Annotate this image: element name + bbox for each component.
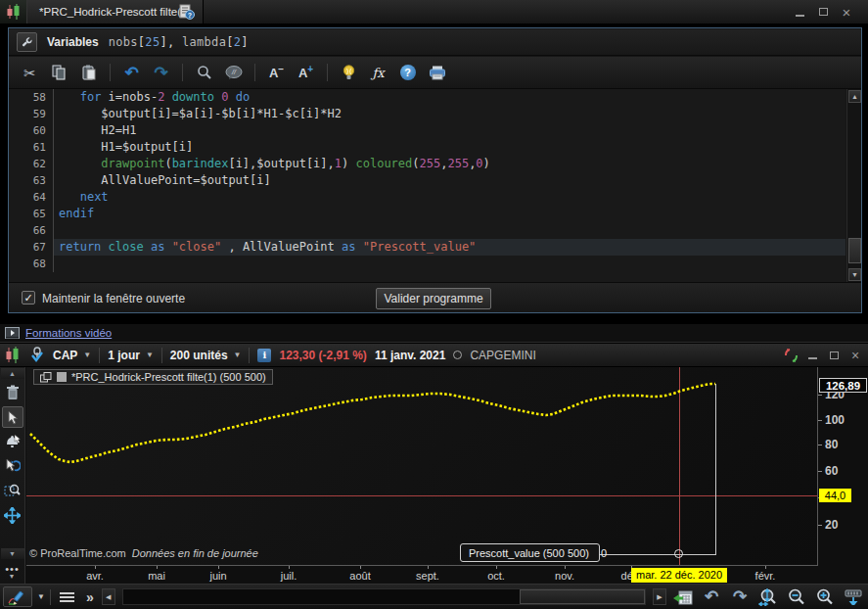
y-axis[interactable]: 126,89 44,0 12010080604020 bbox=[817, 367, 868, 566]
x-tick bbox=[95, 566, 96, 569]
scrollbar-thumb[interactable] bbox=[848, 238, 861, 263]
pan-tool-button[interactable] bbox=[2, 504, 23, 526]
symbol-dropdown[interactable]: CAP ▼ bbox=[53, 349, 91, 362]
chart-bottom-toolbar: ▼ » ◀ ▶ ↶ ↷ bbox=[0, 584, 868, 609]
close-glyph: × bbox=[843, 4, 851, 21]
line-number: 65 bbox=[9, 206, 54, 222]
y-tick bbox=[818, 395, 822, 396]
chart-minimize-button[interactable] bbox=[803, 348, 821, 363]
delete-tool-button[interactable] bbox=[2, 382, 23, 403]
units-dropdown[interactable]: 200 unités ▼ bbox=[170, 349, 242, 362]
code-text: AllValuePoint=$output[i] bbox=[54, 172, 271, 189]
toolbar-separator bbox=[161, 348, 162, 363]
y-tick bbox=[818, 420, 822, 421]
paste-button[interactable] bbox=[77, 62, 100, 83]
month-label: juin bbox=[209, 570, 226, 582]
code-text: $output[i]=$a[i]-$b[i]*H1-$c[i]*H2 bbox=[54, 106, 342, 122]
zoom-fit-button[interactable] bbox=[756, 586, 780, 608]
tip-button[interactable] bbox=[338, 62, 360, 83]
variables-label: Variables bbox=[47, 35, 99, 49]
x-tick bbox=[360, 566, 361, 569]
scissors-icon: ✂ bbox=[23, 66, 36, 80]
chart-type-candlestick-icon[interactable] bbox=[4, 347, 22, 363]
toolbar-separator bbox=[182, 64, 183, 81]
pointer-tool-button[interactable] bbox=[2, 406, 23, 428]
x-axis-labels: mar. 22 déc. 2020 avr.maijuinjuil.aoûtse… bbox=[0, 566, 868, 583]
decrease-font-button[interactable]: A− bbox=[265, 62, 288, 83]
increase-font-button[interactable]: A+ bbox=[295, 62, 317, 83]
variable-segment: ] bbox=[241, 35, 249, 49]
month-label: nov. bbox=[555, 570, 574, 582]
alert-tool-button[interactable] bbox=[2, 431, 23, 452]
code-text: return close as "close" , AllValuePoint … bbox=[54, 239, 476, 256]
variable-segment: lambda bbox=[182, 35, 226, 49]
expand-toolbar-button[interactable]: » bbox=[83, 589, 97, 605]
scroll-left-button[interactable]: ◀ bbox=[102, 588, 115, 605]
collapse-panel-button[interactable] bbox=[842, 586, 865, 608]
redo-button[interactable]: ↷ bbox=[150, 62, 172, 83]
chart-close-button[interactable]: × bbox=[846, 348, 864, 363]
zoom-selection-button[interactable] bbox=[2, 480, 23, 501]
close-button[interactable]: × bbox=[838, 4, 855, 20]
variables-values[interactable]: nobs[25], lambda[2] bbox=[109, 35, 249, 49]
redo-icon: ↷ bbox=[733, 588, 747, 605]
help-document-icon[interactable]: ? bbox=[176, 3, 198, 22]
search-button[interactable] bbox=[193, 62, 215, 83]
time-scrollbar-thumb[interactable] bbox=[520, 589, 645, 604]
info-icon[interactable]: i bbox=[257, 349, 271, 362]
code-text: H1=$output[i] bbox=[54, 139, 193, 156]
toolbar-separator bbox=[99, 348, 100, 363]
maximize-button[interactable] bbox=[814, 4, 832, 20]
tab-title: *PRC_Hodrick-Prescott filte(1) bbox=[39, 6, 191, 18]
tools-scroll-down-button[interactable]: ▼ bbox=[1, 548, 24, 559]
scroll-down-button[interactable]: ▼ bbox=[848, 268, 861, 281]
link-instrument-icon[interactable] bbox=[29, 347, 45, 363]
keep-window-open-checkbox[interactable]: ✓ bbox=[22, 291, 35, 304]
zoom-in-button[interactable] bbox=[813, 586, 837, 608]
timeframe-dropdown[interactable]: 1 jour ▼ bbox=[108, 349, 154, 362]
scroll-up-button[interactable]: ▲ bbox=[848, 90, 861, 103]
drawing-tool-button[interactable] bbox=[3, 586, 32, 607]
drawing-tool-dropdown[interactable]: ▼ bbox=[37, 592, 45, 601]
code-line-62: 62 drawpoint(barindex[i],$output[i],1) c… bbox=[9, 156, 845, 172]
line-number: 67 bbox=[9, 239, 54, 256]
refresh-icon[interactable] bbox=[783, 348, 799, 363]
copy-button[interactable] bbox=[48, 62, 70, 83]
undo-button[interactable]: ↶ bbox=[120, 62, 143, 83]
chart-plot-area[interactable]: *PRC_Hodrick-Prescott filte(1) (500 500)… bbox=[26, 367, 817, 566]
print-button[interactable] bbox=[426, 62, 448, 83]
undo-drawing-button[interactable] bbox=[2, 455, 23, 477]
formations-video-link[interactable]: Formations vidéo bbox=[25, 327, 112, 339]
minimize-button[interactable] bbox=[791, 4, 808, 20]
comment-button[interactable]: // bbox=[222, 62, 245, 83]
chevron-down-icon: ▼ bbox=[234, 351, 242, 359]
redo-chart-button[interactable]: ↷ bbox=[728, 586, 752, 608]
variable-segment: 25 bbox=[145, 35, 160, 49]
zoom-out-button[interactable] bbox=[785, 586, 808, 608]
redo-icon: ↷ bbox=[154, 65, 167, 81]
menu-button[interactable] bbox=[56, 592, 78, 602]
chart-maximize-button[interactable] bbox=[825, 348, 843, 363]
undo-chart-button[interactable]: ↶ bbox=[700, 586, 723, 608]
insert-function-button[interactable]: ƒx bbox=[367, 62, 389, 83]
title-bar: *PRC_Hodrick-Prescott filte(1) ? × bbox=[0, 0, 868, 24]
checkmark-icon: ✓ bbox=[23, 292, 32, 304]
validate-program-button[interactable]: Valider programme bbox=[376, 288, 491, 309]
code-text: next bbox=[54, 189, 109, 206]
code-editor[interactable]: 58 for i=nobs-2 downto 0 do59 $output[i]… bbox=[9, 89, 845, 282]
lightbulb-icon bbox=[343, 65, 355, 81]
toolbar-separator bbox=[50, 589, 51, 605]
tools-scroll-up-button[interactable]: ▲ bbox=[1, 368, 24, 379]
help-button[interactable]: ? bbox=[396, 62, 419, 83]
go-to-date-button[interactable] bbox=[671, 586, 695, 608]
scroll-right-button[interactable]: ▶ bbox=[653, 588, 666, 605]
variables-settings-button[interactable] bbox=[17, 32, 37, 52]
cut-button[interactable]: ✂ bbox=[19, 62, 41, 83]
price-change: 123,30 (-2,91 %) bbox=[279, 349, 366, 362]
copyright-text: © ProRealTime.com bbox=[29, 547, 126, 559]
printer-icon bbox=[429, 66, 446, 80]
x-tick bbox=[765, 566, 766, 569]
code-line-65: 65endif bbox=[9, 206, 845, 222]
toolbar-separator bbox=[327, 64, 328, 81]
time-scrollbar[interactable] bbox=[122, 588, 646, 605]
